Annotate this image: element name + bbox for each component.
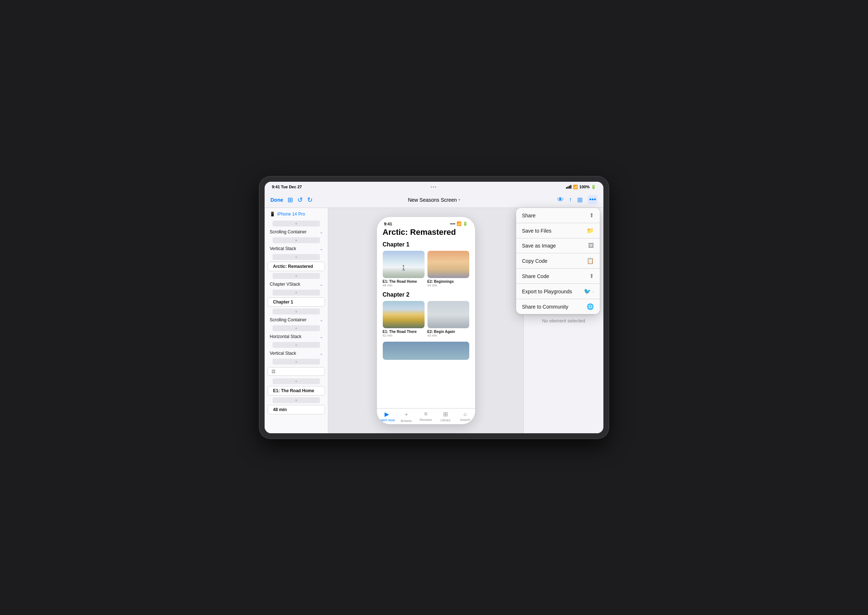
menu-item-share-code[interactable]: Share Code ⬆ xyxy=(516,268,600,284)
menu-share-code-label: Share Code xyxy=(522,273,549,279)
menu-item-export-playgrounds[interactable]: Export to Playgrounds 🐦 › xyxy=(516,284,600,299)
add-button-9[interactable]: + xyxy=(273,359,320,365)
menu-item-share-community[interactable]: Share to Community 🌐 xyxy=(516,299,600,314)
add-button-6[interactable]: + xyxy=(273,309,320,314)
preview-icon[interactable]: 👁 xyxy=(557,196,564,203)
tab-reviews[interactable]: ≡ Reviews xyxy=(416,411,436,423)
menu-save-files-label: Save to Files xyxy=(522,228,551,234)
episode-card-e2c1: E2: Beginnings 44 min xyxy=(428,251,469,287)
menu-save-image-label: Save as Image xyxy=(522,243,556,249)
browse-icon: ＋ xyxy=(403,411,409,418)
add-row-7: + xyxy=(265,324,328,332)
tab-search[interactable]: ⌕ Search xyxy=(456,411,475,423)
menu-item-copy-code[interactable]: Copy Code 📋 xyxy=(516,253,600,268)
layout-icon[interactable]: ⊞ xyxy=(577,196,583,204)
add-row-6: + xyxy=(265,308,328,315)
menu-copy-code-label: Copy Code xyxy=(522,258,547,264)
tab-watch-now[interactable]: ▶ Watch Now xyxy=(377,411,397,423)
toolbar-left: Done ⊞ ↺ ↻ xyxy=(270,196,312,204)
menu-share-label: Share xyxy=(522,212,535,219)
add-row-8: + xyxy=(265,341,328,349)
episode-card-e1c2: E1: The Road There 52 min xyxy=(383,301,425,337)
sidebar-item-arctic[interactable]: Arctic: Remastered xyxy=(267,262,325,271)
more-icon[interactable]: ••• xyxy=(588,195,598,204)
add-button-1[interactable]: + xyxy=(273,221,320,226)
undo-icon[interactable]: ↺ xyxy=(297,196,303,204)
add-row-1: + xyxy=(265,220,328,228)
sidebar-item-chapter1[interactable]: Chapter 1 xyxy=(267,297,325,307)
tab-reviews-label: Reviews xyxy=(420,418,432,421)
add-button-5[interactable]: + xyxy=(273,290,320,295)
menu-item-share[interactable]: Share ⬆ xyxy=(516,208,600,223)
sidebar-item-image-placeholder[interactable]: 🖼 xyxy=(267,367,325,376)
sidebar-item-scrolling-container-2[interactable]: Scrolling Container ⌄ xyxy=(265,315,328,324)
watch-now-icon: ▶ xyxy=(384,411,389,418)
library-icon: ⊞ xyxy=(443,411,448,418)
sidebar-item-scrolling-container-1[interactable]: Scrolling Container ⌄ xyxy=(265,228,328,236)
share-icon[interactable]: ↑ xyxy=(569,196,572,203)
tab-library-label: Library xyxy=(440,418,451,422)
add-button-10[interactable]: + xyxy=(273,378,320,384)
title-chevron-icon[interactable]: ▾ xyxy=(458,198,460,202)
menu-community-label: Share to Community xyxy=(522,304,568,310)
add-button-2[interactable]: + xyxy=(273,237,320,243)
menu-export-label: Export to Playgrounds xyxy=(522,289,572,294)
episode-title-e1c1: E1: The Road Home xyxy=(383,279,425,284)
community-icon: 🌐 xyxy=(587,303,594,310)
episode-duration-e2c1: 44 min xyxy=(428,284,469,287)
preview-area: 9:41 ▪▪▪▪ 📶 🔋 Arctic: Remastered Chapter… xyxy=(328,208,523,433)
done-button[interactable]: Done xyxy=(270,197,283,203)
chapter1-heading: Chapter 1 xyxy=(383,241,469,248)
chapter2-episodes: E1: The Road There 52 min E2: Begin Agai… xyxy=(383,301,469,337)
episode-card-e1c1: E1: The Road Home 48 min xyxy=(383,251,425,287)
device-label: 📱 iPhone 14 Pro xyxy=(265,208,328,220)
add-button-4[interactable]: + xyxy=(273,273,320,279)
sidebar-item-vertical-stack-1[interactable]: Vertical Stack ⌄ xyxy=(265,244,328,253)
add-row-5: + xyxy=(265,289,328,297)
sidebar-item-48min[interactable]: 48 min xyxy=(267,405,325,414)
iphone-status-bar: 9:41 ▪▪▪▪ 📶 🔋 xyxy=(377,217,475,228)
signal-bars-icon xyxy=(566,185,571,189)
reviews-icon: ≡ xyxy=(424,411,428,417)
chapter1-episodes: E1: The Road Home 48 min E2: Beginnings … xyxy=(383,251,469,287)
search-icon: ⌕ xyxy=(464,411,467,417)
redo-icon[interactable]: ↻ xyxy=(307,196,312,204)
add-row-3: + xyxy=(265,253,328,261)
sidebar-item-vertical-stack-2[interactable]: Vertical Stack ⌄ xyxy=(265,349,328,357)
sidebar-item-chapter-vstack[interactable]: Chapter VStack ⌄ xyxy=(265,280,328,289)
dropdown-menu: Share ⬆ Save to Files 📁 Save as Image 🖼 … xyxy=(516,208,600,314)
status-bar: 9:41 Tue Dec 27 ••• 📶 100% 🔋 xyxy=(265,182,603,192)
iphone-time: 9:41 xyxy=(384,222,392,226)
menu-item-save-files[interactable]: Save to Files 📁 xyxy=(516,223,600,239)
chapter3-image xyxy=(383,342,469,360)
tab-library[interactable]: ⊞ Library xyxy=(436,411,456,423)
add-button-3[interactable]: + xyxy=(273,254,320,260)
status-time: 9:41 Tue Dec 27 xyxy=(272,185,302,189)
iphone-wifi-icon: 📶 xyxy=(457,222,462,226)
tab-browse-label: Browse xyxy=(401,419,411,423)
files-menu-icon: 📁 xyxy=(587,227,594,234)
episode-card-e2c2: E2: Begin Again 43 min xyxy=(428,301,469,337)
sidebar-item-e1-road-home[interactable]: E1: The Road Home xyxy=(267,386,325,395)
ipad-screen: 9:41 Tue Dec 27 ••• 📶 100% 🔋 Done ⊞ ↺ xyxy=(265,182,603,433)
add-button-8[interactable]: + xyxy=(273,342,320,348)
sidebar-toggle-icon[interactable]: ⊞ xyxy=(287,196,293,204)
episode-duration-e1c1: 48 min xyxy=(383,284,425,287)
episode-thumb-autumn xyxy=(383,301,425,328)
iphone-main-title: Arctic: Remastered xyxy=(383,228,469,237)
tab-browse[interactable]: ＋ Browse xyxy=(397,411,416,423)
iphone-tabbar: ▶ Watch Now ＋ Browse ≡ Reviews ⊞ xyxy=(377,408,475,424)
episode-thumb-foggy xyxy=(428,301,469,328)
add-button-7[interactable]: + xyxy=(273,325,320,331)
episode-title-e2c1: E2: Beginnings xyxy=(428,279,469,284)
episode-title-e1c2: E1: The Road There xyxy=(383,330,425,334)
menu-item-save-image[interactable]: Save as Image 🖼 xyxy=(516,239,600,253)
sidebar-item-horizontal-stack[interactable]: Horizontal Stack ⌄ xyxy=(265,332,328,341)
episode-thumb-snow xyxy=(383,251,425,278)
tab-watch-now-label: Watch Now xyxy=(378,418,395,422)
device-icon: 📱 xyxy=(270,212,275,217)
episode-thumb-sunset xyxy=(428,251,469,278)
add-button-11[interactable]: + xyxy=(273,397,320,403)
export-chevron-icon: › xyxy=(592,289,594,294)
image-menu-icon: 🖼 xyxy=(588,242,594,249)
